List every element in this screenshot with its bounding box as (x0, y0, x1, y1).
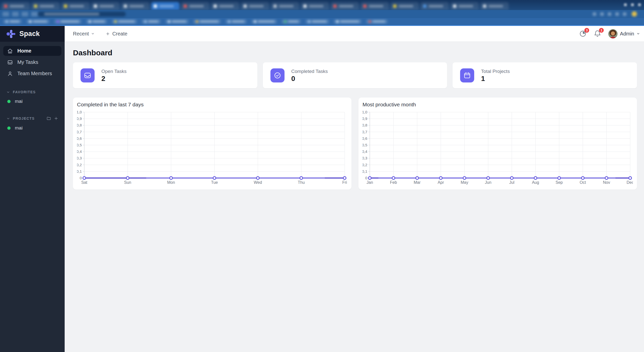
svg-text:Jan: Jan (367, 180, 373, 185)
bookmark-item[interactable] (193, 19, 221, 24)
browser-tab[interactable] (151, 2, 179, 10)
tab-favicon-icon (333, 5, 337, 8)
extension-icon[interactable] (615, 12, 619, 16)
project-item-mai[interactable]: mai (3, 123, 61, 133)
recent-dropdown[interactable]: Recent (73, 31, 95, 37)
dashboard-content: Dashboard Open Tasks 2 (65, 42, 644, 190)
window-controls[interactable] (624, 3, 641, 6)
svg-text:0,5: 0,5 (77, 143, 82, 147)
bookmark-item[interactable] (305, 19, 329, 24)
browser-tab[interactable] (31, 2, 60, 10)
bookmark-item[interactable] (281, 19, 301, 24)
browser-tab-strip (0, 0, 644, 10)
tab-title (39, 5, 54, 7)
browser-tab[interactable] (391, 2, 419, 10)
sidebar-item-team-members[interactable]: Team Members (3, 69, 61, 78)
browser-tab[interactable] (2, 2, 30, 10)
svg-text:Fri: Fri (342, 180, 347, 185)
create-button[interactable]: Create (106, 31, 127, 37)
svg-text:0,3: 0,3 (77, 156, 82, 160)
time-tracking-button[interactable]: 3 (579, 30, 587, 37)
browser-tab[interactable] (271, 2, 299, 10)
section-label: FAVORITES (13, 90, 36, 94)
nav-reload-icon[interactable] (22, 12, 28, 16)
nav-forward-icon[interactable] (12, 12, 19, 16)
sidebar-item-label: Team Members (17, 71, 52, 76)
bookmarks-bar (0, 18, 644, 25)
browser-tab[interactable] (361, 2, 389, 10)
browser-tab[interactable] (480, 2, 509, 10)
bookmark-item[interactable] (54, 19, 82, 24)
bookmark-favicon-icon (57, 20, 59, 23)
bookmark-item[interactable] (165, 19, 189, 24)
tab-title (219, 5, 234, 7)
bookmark-item[interactable] (3, 19, 22, 24)
svg-text:Wed: Wed (254, 180, 262, 185)
browser-tab[interactable] (421, 2, 449, 10)
chart-card-monthly: Most productive month 1,00,90,80,70,60,5… (358, 98, 637, 190)
bookmark-item[interactable] (26, 19, 50, 24)
nav-home-icon[interactable] (31, 12, 38, 16)
browser-tab[interactable] (331, 2, 359, 10)
avatar (608, 29, 618, 38)
browser-tab[interactable] (241, 2, 269, 10)
project-item-label: mai (15, 125, 23, 131)
extension-icon[interactable] (593, 12, 596, 16)
bookmark-favicon-icon (114, 20, 117, 23)
svg-text:Feb: Feb (390, 180, 397, 185)
svg-text:0: 0 (80, 176, 82, 180)
browser-tabs[interactable] (2, 2, 509, 10)
svg-text:0,7: 0,7 (363, 130, 367, 134)
favorites-section: FAVORITES mai (0, 90, 65, 106)
browse-projects-folder-icon[interactable] (47, 116, 51, 121)
spack-logo-icon (6, 29, 16, 39)
bookmark-favicon-icon (336, 20, 339, 23)
svg-text:0: 0 (365, 176, 367, 180)
browser-tab[interactable] (301, 2, 329, 10)
sidebar-item-label: Home (17, 48, 31, 54)
bookmark-title (148, 21, 158, 22)
extension-icon[interactable] (623, 12, 626, 16)
bookmark-item[interactable] (251, 19, 277, 24)
svg-text:0,6: 0,6 (363, 136, 367, 141)
tab-favicon-icon (214, 5, 217, 8)
clock-badge: 3 (584, 28, 589, 33)
extension-icon[interactable] (600, 12, 604, 16)
tab-favicon-icon (273, 5, 277, 8)
svg-text:Dec: Dec (627, 180, 633, 185)
browser-tab[interactable] (91, 2, 119, 10)
bookmark-item[interactable] (86, 19, 107, 24)
bookmark-item[interactable] (112, 19, 137, 24)
user-menu[interactable]: Admin (608, 29, 640, 38)
tab-favicon-icon (4, 5, 7, 8)
browser-tab[interactable] (61, 2, 90, 10)
bookmark-favicon-icon (308, 20, 310, 23)
bookmark-items[interactable] (0, 18, 644, 25)
browser-profile-avatar[interactable] (632, 11, 637, 17)
svg-text:0,1: 0,1 (363, 169, 367, 173)
tab-title (279, 5, 294, 7)
browser-tab[interactable] (451, 2, 479, 10)
notifications-button[interactable]: 1 (594, 30, 601, 37)
bookmark-item[interactable] (142, 19, 161, 24)
favorites-section-header[interactable]: FAVORITES (3, 90, 61, 94)
svg-text:Sat: Sat (81, 180, 88, 185)
projects-section-header[interactable]: PROJECTS (3, 116, 61, 121)
logo[interactable]: Spack (0, 26, 65, 42)
favorite-item-mai[interactable]: mai (3, 97, 61, 106)
bookmark-favicon-icon (89, 20, 91, 23)
svg-text:0,9: 0,9 (77, 116, 82, 121)
bookmark-item[interactable] (225, 19, 247, 24)
sidebar-item-home[interactable]: Home (3, 46, 61, 56)
svg-text:0,2: 0,2 (77, 163, 82, 167)
bookmark-item[interactable] (366, 19, 388, 24)
browser-tab[interactable] (121, 2, 149, 10)
nav-back-icon[interactable] (3, 12, 9, 16)
extension-icon[interactable] (608, 12, 611, 16)
bookmark-item[interactable] (334, 19, 361, 24)
tab-favicon-icon (453, 5, 456, 8)
sidebar-item-my-tasks[interactable]: My Tasks (3, 57, 61, 67)
browser-tab[interactable] (181, 2, 209, 10)
browser-tab[interactable] (211, 2, 239, 10)
add-project-plus-icon[interactable] (54, 116, 58, 121)
